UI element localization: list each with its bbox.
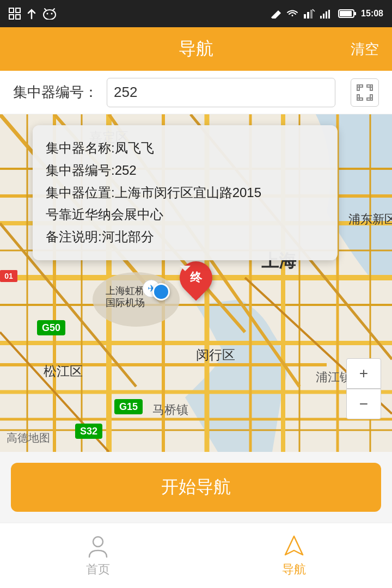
svg-point-6 — [51, 13, 53, 15]
info-line-1: 集中器名称:凤飞飞 — [46, 137, 324, 160]
svg-rect-10 — [307, 12, 309, 19]
pin-text: 终 — [190, 270, 202, 286]
svg-rect-13 — [320, 16, 322, 19]
start-nav-section: 开始导航 — [0, 463, 392, 512]
nav-nav-label: 导航 — [282, 561, 306, 578]
svg-text:马桥镇: 马桥镇 — [152, 403, 188, 416]
nav-home-label: 首页 — [86, 561, 110, 578]
svg-line-7 — [45, 9, 46, 10]
svg-rect-15 — [326, 11, 327, 19]
search-bar: 集中器编号： — [0, 71, 392, 114]
status-time: 15:08 — [361, 9, 383, 19]
status-bar: 15:08 — [0, 0, 392, 27]
android-icon — [42, 8, 57, 20]
svg-rect-3 — [16, 15, 20, 19]
pin-circle: 终 — [173, 255, 219, 301]
zoom-in-button[interactable]: + — [346, 358, 381, 389]
svg-text:S32: S32 — [80, 426, 97, 437]
svg-text:松江区: 松江区 — [44, 364, 83, 378]
svg-rect-16 — [328, 10, 330, 19]
svg-point-78 — [93, 537, 103, 547]
svg-text:01: 01 — [4, 272, 13, 280]
nav-bar: 导航 清空 — [0, 27, 392, 71]
zoom-out-button[interactable]: − — [346, 389, 381, 419]
bottom-nav: 首页 导航 — [0, 523, 392, 588]
info-line-5: 备注说明:河北部分 — [46, 226, 324, 248]
svg-point-4 — [44, 10, 56, 20]
gaode-watermark: 高德地图 — [7, 431, 50, 445]
info-popup: 集中器名称:凤飞飞 集中器编号:252 集中器位置:上海市闵行区宜山路2015 … — [33, 125, 338, 260]
svg-line-12 — [313, 9, 315, 11]
map-container[interactable]: 嘉定区 上海 浦东新区 闵行区 松江区 浦江镇 马桥镇 上海虹桥 国际机场 ✈ … — [0, 114, 392, 452]
search-input-wrapper — [107, 78, 335, 107]
svg-line-8 — [53, 9, 54, 10]
svg-rect-0 — [9, 8, 14, 13]
home-icon — [86, 534, 110, 558]
status-icons-right: 15:08 — [271, 9, 383, 19]
info-line-2: 集中器编号:252 — [46, 160, 324, 182]
svg-text:G50: G50 — [42, 322, 60, 333]
svg-text:上海虹桥: 上海虹桥 — [106, 285, 145, 296]
svg-text:国际机场: 国际机场 — [106, 297, 145, 308]
svg-point-5 — [47, 13, 48, 15]
location-dot — [152, 283, 170, 301]
nav-item-navigation[interactable]: 导航 — [196, 523, 392, 588]
wifi-icon — [286, 9, 299, 19]
data-icon — [303, 9, 315, 19]
info-line-4: 号靠近华纳会展中心 — [46, 204, 324, 226]
svg-text:闵行区: 闵行区 — [196, 347, 235, 362]
navigation-icon — [282, 534, 306, 558]
battery-icon — [338, 9, 357, 19]
arrow-up-icon — [26, 8, 37, 20]
search-label: 集中器编号： — [13, 83, 98, 102]
info-line-3: 集中器位置:上海市闵行区宜山路2015 — [46, 182, 324, 204]
start-navigation-button[interactable]: 开始导航 — [11, 463, 381, 512]
scan-icon-button[interactable] — [351, 78, 379, 107]
svg-text:浦东新区: 浦东新区 — [348, 212, 392, 226]
nav-title: 导航 — [179, 37, 213, 61]
clear-button[interactable]: 清空 — [351, 40, 379, 59]
svg-rect-11 — [310, 10, 313, 19]
status-icons-left — [9, 8, 57, 20]
nav-item-home[interactable]: 首页 — [0, 523, 196, 588]
scan-icon — [356, 84, 373, 101]
edit-icon — [271, 9, 281, 19]
svg-rect-9 — [304, 14, 306, 19]
svg-text:G15: G15 — [119, 401, 138, 412]
svg-rect-18 — [340, 11, 352, 16]
search-input[interactable] — [114, 84, 328, 101]
svg-rect-14 — [323, 14, 324, 19]
zoom-controls: + − — [346, 358, 381, 419]
svg-rect-19 — [354, 12, 356, 15]
grid-icon — [9, 8, 21, 20]
svg-rect-1 — [16, 8, 20, 13]
signal-icon — [320, 9, 334, 19]
svg-rect-2 — [9, 15, 14, 19]
